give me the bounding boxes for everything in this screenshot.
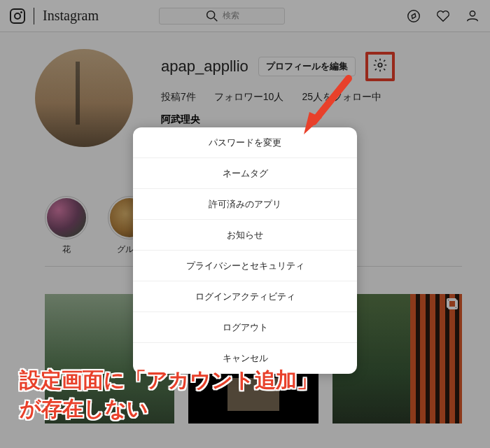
- svg-point-4: [470, 10, 475, 15]
- highlight-label: 花: [62, 244, 71, 255]
- menu-item-authorized-apps[interactable]: 許可済みのアプリ: [133, 189, 357, 220]
- gear-icon[interactable]: [372, 57, 388, 76]
- nav-right-icons: [406, 8, 480, 24]
- search-input[interactable]: 検索: [159, 8, 285, 24]
- explore-icon[interactable]: [406, 8, 421, 24]
- stat-followers[interactable]: フォロワー10人: [214, 91, 284, 104]
- instagram-wordmark[interactable]: Instagram: [43, 8, 99, 24]
- profile-stats: 投稿7件 フォロワー10人 25人をフォロー中: [161, 91, 469, 104]
- stat-following[interactable]: 25人をフォロー中: [302, 91, 382, 104]
- search-icon: [204, 8, 220, 24]
- menu-item-login-activity[interactable]: ログインアクティビティ: [133, 281, 357, 312]
- avatar[interactable]: [35, 49, 133, 147]
- top-nav: Instagram 検索: [0, 0, 490, 32]
- svg-line-1: [214, 18, 218, 21]
- menu-item-nametag[interactable]: ネームタグ: [133, 158, 357, 189]
- svg-point-2: [408, 10, 420, 22]
- profile-fullname: 阿武理央: [161, 113, 469, 126]
- search-placeholder: 検索: [223, 10, 239, 22]
- annotation-caption: 設定画面に「アカウント追加」 が存在しない: [20, 366, 318, 423]
- settings-menu: パスワードを変更 ネームタグ 許可済みのアプリ お知らせ プライバシーとセキュリ…: [133, 127, 357, 374]
- carousel-icon: [447, 298, 458, 309]
- highlight-item[interactable]: 花: [45, 196, 88, 255]
- profile-icon[interactable]: [465, 8, 480, 24]
- edit-profile-button[interactable]: プロフィールを編集: [258, 57, 356, 76]
- svg-point-0: [207, 10, 215, 18]
- settings-gear-highlight: [365, 52, 395, 81]
- instagram-glyph-icon[interactable]: [10, 8, 25, 24]
- menu-item-privacy-security[interactable]: プライバシーとセキュリティ: [133, 251, 357, 281]
- menu-item-notifications[interactable]: お知らせ: [133, 220, 357, 251]
- menu-item-logout[interactable]: ログアウト: [133, 312, 357, 343]
- svg-point-5: [378, 63, 382, 67]
- nav-divider: [34, 8, 34, 24]
- stat-posts: 投稿7件: [161, 91, 196, 104]
- activity-heart-icon[interactable]: [435, 8, 451, 24]
- svg-marker-3: [412, 13, 416, 18]
- menu-item-change-password[interactable]: パスワードを変更: [133, 127, 357, 158]
- username: apap_appllio: [161, 57, 248, 76]
